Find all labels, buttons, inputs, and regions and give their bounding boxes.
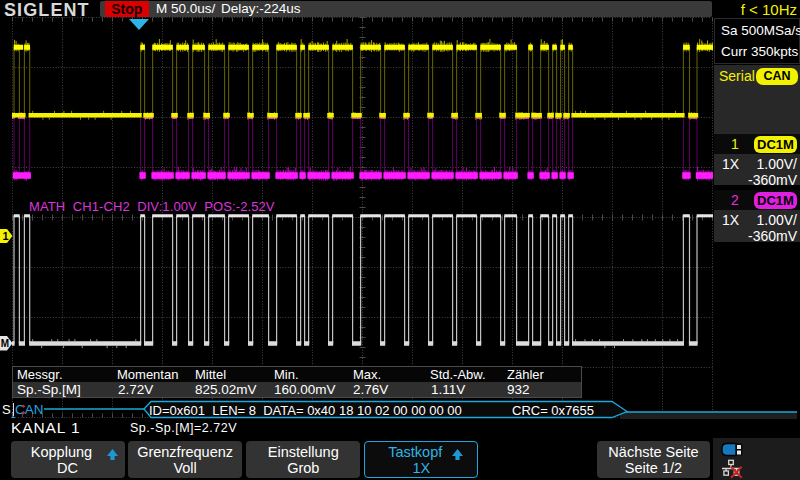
svg-text:1: 1 (2, 230, 8, 242)
svg-text:M: M (1, 338, 9, 349)
